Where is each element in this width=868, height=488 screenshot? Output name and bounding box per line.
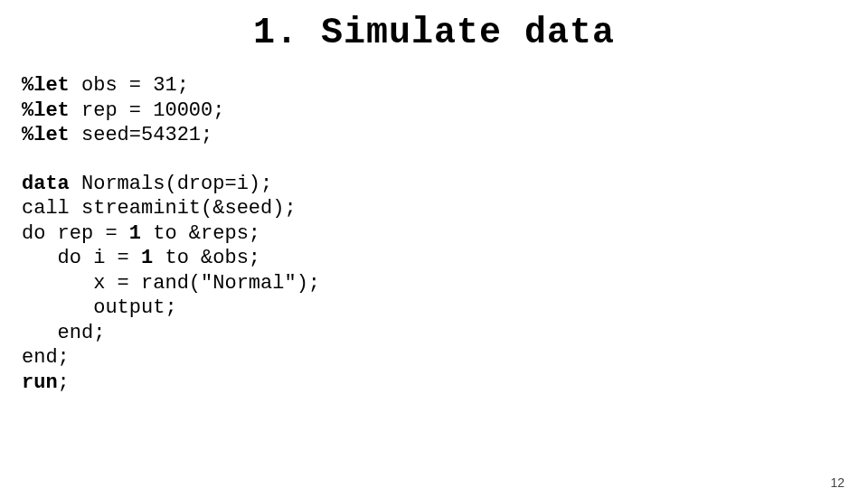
let-rest-1: obs = 31;: [70, 74, 189, 97]
output-line: output;: [22, 296, 177, 319]
run-keyword: run: [22, 371, 58, 394]
do-i-post: to &obs;: [153, 247, 260, 269]
end-inner: end;: [22, 322, 105, 344]
slide: 1. Simulate data %let obs = 31; %let rep…: [0, 13, 868, 488]
code-block-datastep: data Normals(drop=i); call streaminit(&s…: [22, 172, 868, 396]
page-number: 12: [830, 475, 844, 488]
do-i-pre: do i =: [22, 247, 141, 269]
let-keyword-2: %let: [22, 99, 70, 122]
code-block-macros: %let obs = 31; %let rep = 10000; %let se…: [22, 73, 868, 148]
end-outer: end;: [22, 346, 70, 369]
run-semi: ;: [58, 371, 70, 394]
do-i-num: 1: [141, 247, 153, 269]
data-keyword: data: [22, 173, 70, 195]
let-keyword-3: %let: [22, 124, 70, 146]
let-rest-3: seed=54321;: [70, 124, 212, 146]
let-rest-2: rep = 10000;: [70, 99, 225, 122]
call-line: call streaminit(&seed);: [22, 197, 297, 220]
do-rep-pre: do rep =: [22, 222, 129, 245]
x-line: x = rand("Normal");: [22, 272, 320, 295]
data-rest: Normals(drop=i);: [70, 173, 272, 195]
do-rep-num: 1: [129, 222, 141, 245]
do-rep-post: to &reps;: [141, 222, 260, 245]
slide-title: 1. Simulate data: [0, 13, 868, 53]
let-keyword-1: %let: [22, 74, 70, 97]
